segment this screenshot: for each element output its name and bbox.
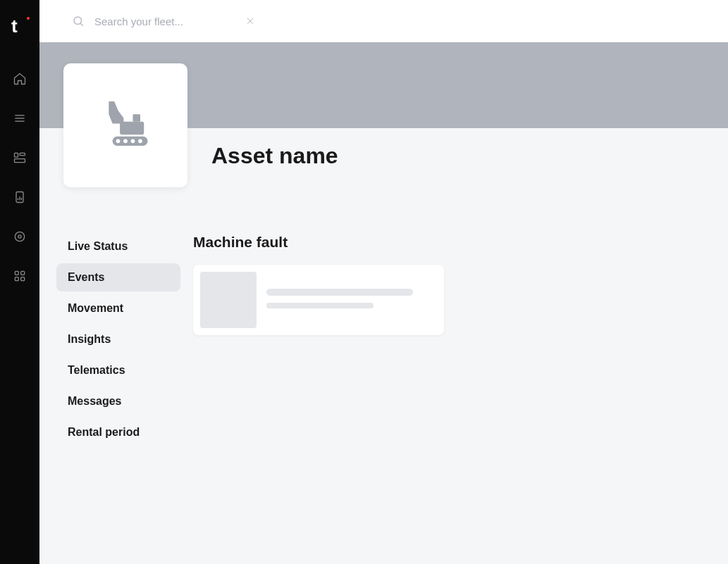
excavator-icon: [96, 96, 155, 155]
clear-search-icon[interactable]: [245, 16, 255, 26]
topbar: [39, 0, 728, 42]
svg-point-24: [123, 139, 128, 143]
search-wrap: [72, 15, 255, 27]
asset-header: Asset name: [39, 63, 728, 187]
list-icon: [13, 111, 27, 125]
app-logo: t: [11, 17, 28, 34]
search-input[interactable]: [94, 15, 235, 27]
svg-point-10: [15, 232, 24, 241]
svg-rect-4: [20, 153, 25, 155]
skeleton-lines: [266, 272, 437, 308]
body-row: Live Status Events Movement Insights Tel…: [39, 215, 728, 449]
tab-messages[interactable]: Messages: [56, 387, 180, 415]
nav-report[interactable]: [0, 177, 39, 217]
search-icon: [72, 15, 85, 27]
tab-events[interactable]: Events: [56, 263, 180, 292]
tab-insights[interactable]: Insights: [56, 325, 180, 353]
nav-rail: t: [0, 0, 39, 564]
skeleton-line-2: [266, 303, 374, 308]
content-scroll: Asset name Live Status Events Movement I…: [39, 42, 728, 564]
detail-section-title: Machine fault: [193, 234, 711, 251]
tab-telematics[interactable]: Telematics: [56, 356, 180, 384]
report-icon: [13, 190, 27, 204]
svg-point-26: [138, 139, 142, 143]
nav-apps[interactable]: [0, 256, 39, 296]
svg-rect-12: [15, 271, 18, 275]
nav-location[interactable]: [0, 217, 39, 256]
asset-title: Asset name: [211, 143, 338, 187]
home-icon: [13, 72, 27, 86]
main-area: Asset name Live Status Events Movement I…: [39, 0, 728, 564]
nav-list[interactable]: [0, 99, 39, 138]
skeleton-card: [193, 265, 444, 335]
skeleton-thumb: [200, 272, 257, 328]
detail-panel: Machine fault: [193, 232, 711, 449]
nav-dashboard[interactable]: [0, 138, 39, 177]
dashboard-icon: [13, 151, 27, 165]
location-icon: [13, 230, 27, 244]
svg-line-17: [80, 23, 83, 26]
tab-rental-period[interactable]: Rental period: [56, 418, 180, 446]
tab-movement[interactable]: Movement: [56, 294, 180, 322]
asset-tabs: Live Status Events Movement Insights Tel…: [56, 232, 180, 449]
svg-point-16: [74, 17, 82, 25]
skeleton-line-1: [266, 289, 413, 296]
svg-rect-14: [15, 277, 18, 281]
asset-image-card: [63, 63, 187, 187]
svg-rect-20: [120, 122, 144, 134]
svg-rect-21: [133, 114, 141, 122]
svg-rect-3: [15, 153, 18, 157]
svg-rect-15: [21, 277, 25, 281]
svg-rect-5: [15, 159, 25, 163]
svg-point-11: [18, 235, 21, 238]
nav-home[interactable]: [0, 59, 39, 99]
tab-live-status[interactable]: Live Status: [56, 232, 180, 261]
svg-rect-13: [21, 271, 25, 275]
svg-point-25: [131, 139, 135, 143]
grid-icon: [13, 269, 27, 283]
svg-point-23: [116, 139, 121, 143]
